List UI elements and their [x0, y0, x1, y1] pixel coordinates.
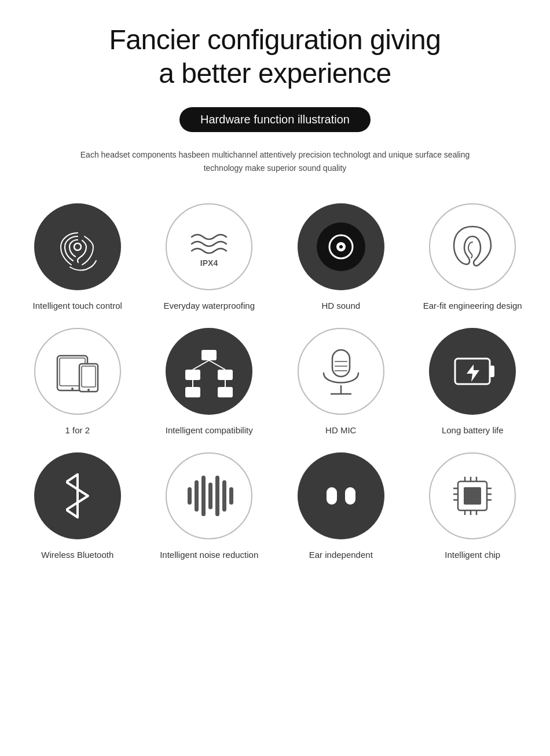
svg-rect-12 — [201, 350, 217, 360]
icon-circle-battery — [429, 328, 516, 415]
feature-waterproofing: IPX4 Everyday waterproofing — [146, 203, 273, 311]
svg-rect-15 — [185, 387, 200, 397]
svg-line-17 — [193, 360, 209, 370]
main-title: Fancier configuration giving a better ex… — [109, 23, 441, 90]
svg-point-11 — [87, 389, 90, 391]
feature-battery: Long battery life — [410, 328, 536, 435]
feature-ear-fit: Ear-fit engineering design — [410, 203, 536, 311]
svg-rect-36 — [208, 483, 212, 509]
svg-rect-33 — [188, 487, 192, 505]
svg-rect-43 — [464, 487, 481, 505]
svg-rect-40 — [327, 487, 337, 505]
icon-circle-hd-mic — [298, 328, 384, 415]
svg-line-31 — [67, 474, 78, 481]
feature-hd-sound: HD sound — [278, 203, 404, 311]
feature-touch-control-label: Intelligent touch control — [33, 301, 122, 311]
svg-line-18 — [209, 360, 225, 370]
svg-rect-9 — [79, 364, 98, 392]
feature-hd-mic: HD MIC — [278, 328, 404, 435]
svg-rect-39 — [229, 487, 233, 505]
feature-compatibility: Intelligent compatibility — [146, 328, 273, 435]
svg-rect-34 — [195, 480, 199, 512]
feature-battery-label: Long battery life — [442, 425, 504, 435]
icon-circle-compatibility — [166, 328, 252, 415]
svg-rect-41 — [345, 487, 355, 505]
feature-bluetooth-label: Wireless Bluetooth — [41, 550, 113, 560]
hardware-badge: Hardware function illustration — [179, 107, 371, 132]
svg-line-32 — [67, 510, 78, 517]
feature-ear-independent: Ear independent — [278, 452, 404, 560]
microphone-icon — [309, 339, 373, 403]
feature-one-for-two: 1 for 2 — [14, 328, 141, 435]
feature-bluetooth: Wireless Bluetooth — [14, 452, 141, 560]
earbuds-icon — [312, 467, 370, 525]
feature-one-for-two-label: 1 for 2 — [65, 425, 90, 435]
feature-ear-independent-label: Ear independent — [309, 550, 373, 560]
feature-chip: Intelligent chip — [410, 452, 536, 560]
svg-rect-14 — [218, 370, 233, 380]
icon-circle-waterproofing: IPX4 — [166, 203, 252, 290]
soundwave-icon — [177, 464, 241, 528]
feature-hd-mic-label: HD MIC — [325, 425, 356, 435]
svg-point-8 — [71, 388, 74, 390]
battery-icon — [443, 342, 501, 400]
feature-ear-fit-label: Ear-fit engineering design — [423, 301, 522, 311]
ear-icon — [443, 218, 501, 276]
icon-circle-touch-control — [34, 203, 121, 290]
svg-text:IPX4: IPX4 — [200, 258, 218, 268]
feature-hd-sound-label: HD sound — [321, 301, 360, 311]
ipx4-icon: IPX4 — [177, 215, 241, 279]
svg-rect-21 — [332, 350, 350, 377]
svg-rect-38 — [222, 480, 226, 512]
speaker-icon — [312, 218, 370, 276]
svg-rect-16 — [218, 387, 233, 397]
icon-circle-ear-independent — [298, 452, 384, 539]
icon-circle-noise-reduction — [166, 452, 252, 539]
svg-point-0 — [74, 243, 81, 250]
svg-rect-28 — [490, 366, 494, 377]
icon-circle-chip — [429, 452, 516, 539]
icon-circle-ear-fit — [429, 203, 516, 290]
svg-point-5 — [339, 245, 343, 249]
feature-noise-reduction-label: Intelligent noise reduction — [160, 550, 258, 560]
feature-noise-reduction: Intelligent noise reduction — [146, 452, 273, 560]
feature-waterproofing-label: Everyday waterproofing — [163, 301, 255, 311]
icon-circle-bluetooth — [34, 452, 121, 539]
feature-chip-label: Intelligent chip — [445, 550, 500, 560]
svg-rect-35 — [201, 476, 206, 516]
feature-compatibility-label: Intelligent compatibility — [166, 425, 253, 435]
network-icon — [177, 339, 241, 403]
chip-icon — [441, 464, 504, 528]
svg-marker-29 — [467, 364, 479, 382]
features-grid: Intelligent touch control IPX4 Everyday … — [14, 203, 536, 560]
icon-circle-hd-sound — [298, 203, 384, 290]
feature-touch-control: Intelligent touch control — [14, 203, 141, 311]
subtitle-text: Each headset components hasbeen multicha… — [78, 148, 472, 174]
icon-circle-one-for-two — [34, 328, 121, 415]
devices-icon — [46, 339, 109, 403]
svg-rect-13 — [185, 370, 200, 380]
svg-rect-37 — [215, 476, 219, 516]
